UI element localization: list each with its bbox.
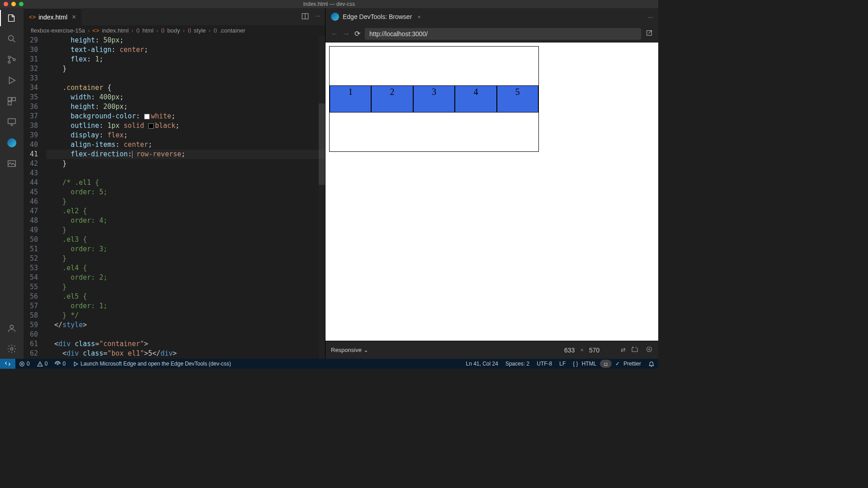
tab-filename: index.html: [38, 14, 67, 21]
settings-gear-icon[interactable]: [5, 343, 18, 355]
url-input[interactable]: [365, 28, 641, 40]
preview-box: 5: [497, 85, 538, 113]
explorer-icon[interactable]: [5, 12, 18, 24]
preview-box: 2: [371, 85, 413, 113]
minimize-window-icon[interactable]: [11, 2, 16, 6]
edge-browser-icon: [331, 13, 339, 21]
close-devtools-tab-icon[interactable]: ×: [417, 14, 421, 20]
rotate-icon[interactable]: ⇄: [621, 347, 626, 353]
ports-indicator[interactable]: 0: [51, 361, 69, 367]
more-actions-icon[interactable]: ···: [648, 14, 653, 20]
bc-style[interactable]: style: [194, 27, 206, 34]
prettier-status[interactable]: ✓Prettier: [612, 360, 645, 368]
account-icon[interactable]: [5, 322, 18, 334]
preview-box: 4: [455, 85, 496, 113]
svg-rect-5: [12, 98, 15, 101]
editor-tab[interactable]: <> index.html ×: [24, 8, 81, 25]
remote-explorer-icon[interactable]: [5, 116, 18, 128]
window-title: index.html — dev-css: [303, 1, 355, 7]
screenshot-icon[interactable]: [631, 346, 638, 354]
status-bar: 0 0 0 Launch Microsoft Edge and open the…: [0, 359, 658, 369]
svg-point-10: [10, 347, 13, 350]
tag-icon: ⟨⟩: [188, 28, 191, 33]
viewport-height-input[interactable]: [589, 347, 611, 354]
eol[interactable]: LF: [556, 360, 569, 368]
svg-point-2: [8, 61, 10, 63]
svg-point-14: [649, 349, 650, 350]
editor-tabbar: <> index.html × ···: [24, 8, 325, 25]
svg-point-9: [10, 325, 13, 328]
browser-viewport: 12345: [326, 42, 658, 341]
svg-rect-6: [8, 102, 11, 105]
copilot-icon[interactable]: [600, 360, 612, 368]
breadcrumb[interactable]: flexbox-exercise-15a› <>index.html› ⟨⟩ht…: [24, 25, 325, 36]
svg-point-1: [8, 56, 10, 58]
minimap[interactable]: [319, 36, 325, 359]
bc-folder[interactable]: flexbox-exercise-15a: [31, 27, 85, 34]
split-editor-icon[interactable]: [301, 12, 309, 22]
cursor-position[interactable]: Ln 41, Col 24: [462, 360, 502, 368]
problems-errors[interactable]: 0: [15, 361, 33, 367]
problems-warnings[interactable]: 0: [33, 361, 52, 367]
chevron-down-icon: ⌄: [363, 347, 368, 353]
tag-icon: ⟨⟩: [136, 28, 140, 33]
encoding[interactable]: UTF-8: [533, 360, 556, 368]
svg-point-16: [57, 363, 58, 364]
bc-file[interactable]: index.html: [102, 27, 128, 34]
svg-rect-7: [8, 119, 16, 124]
responsive-toolbar: Responsive ⌄ × ⇄: [326, 341, 658, 359]
titlebar: index.html — dev-css: [0, 0, 658, 8]
reload-icon[interactable]: ⟳: [354, 29, 360, 38]
bc-container[interactable]: .container: [220, 27, 245, 34]
notifications-icon[interactable]: [645, 360, 658, 368]
preview-container: 12345: [329, 46, 539, 152]
image-gallery-icon[interactable]: [5, 157, 18, 170]
html-file-icon: <>: [92, 27, 99, 34]
remote-indicator[interactable]: [0, 359, 15, 369]
tag-icon: ⟨⟩: [161, 28, 165, 33]
source-control-icon[interactable]: [5, 53, 18, 66]
launch-edge-hint[interactable]: Launch Microsoft Edge and open the Edge …: [69, 361, 235, 367]
html-file-icon: <>: [29, 14, 36, 20]
indentation[interactable]: Spaces: 2: [502, 360, 533, 368]
eyedropper-icon[interactable]: [646, 346, 653, 354]
browser-toolbar: ← → ⟳: [326, 25, 658, 42]
activity-bar: [0, 8, 24, 359]
svg-point-13: [647, 347, 652, 352]
bc-body[interactable]: body: [167, 27, 180, 34]
open-external-icon[interactable]: [646, 29, 653, 38]
device-dropdown[interactable]: Responsive ⌄: [331, 347, 368, 353]
close-window-icon[interactable]: [4, 2, 8, 6]
svg-rect-4: [8, 98, 11, 101]
preview-box: 1: [330, 85, 371, 113]
preview-box: 3: [413, 85, 455, 113]
devtools-tab-title: Edge DevTools: Browser: [343, 13, 412, 20]
nav-forward-icon[interactable]: →: [343, 30, 350, 38]
viewport-width-input[interactable]: [553, 347, 575, 354]
extensions-icon[interactable]: [5, 95, 18, 108]
svg-point-17: [604, 363, 605, 364]
dimension-separator: ×: [580, 347, 584, 353]
edge-tools-icon[interactable]: [5, 136, 18, 149]
maximize-window-icon[interactable]: [19, 2, 24, 6]
close-tab-icon[interactable]: ×: [72, 13, 76, 21]
svg-point-18: [606, 363, 607, 364]
run-debug-icon[interactable]: [5, 74, 18, 87]
nav-back-icon[interactable]: ←: [331, 30, 338, 38]
devtools-tabbar: Edge DevTools: Browser × ···: [326, 8, 658, 25]
language-mode[interactable]: { }HTML: [569, 360, 600, 368]
window-controls: [4, 2, 24, 6]
more-actions-icon[interactable]: ···: [316, 12, 321, 22]
code-editor[interactable]: 2930313233343536373839404142434445464748…: [24, 36, 325, 359]
class-icon: ⟨⟩: [213, 28, 217, 33]
search-icon[interactable]: [5, 33, 18, 45]
svg-point-0: [9, 36, 14, 41]
bc-html[interactable]: html: [142, 27, 154, 34]
